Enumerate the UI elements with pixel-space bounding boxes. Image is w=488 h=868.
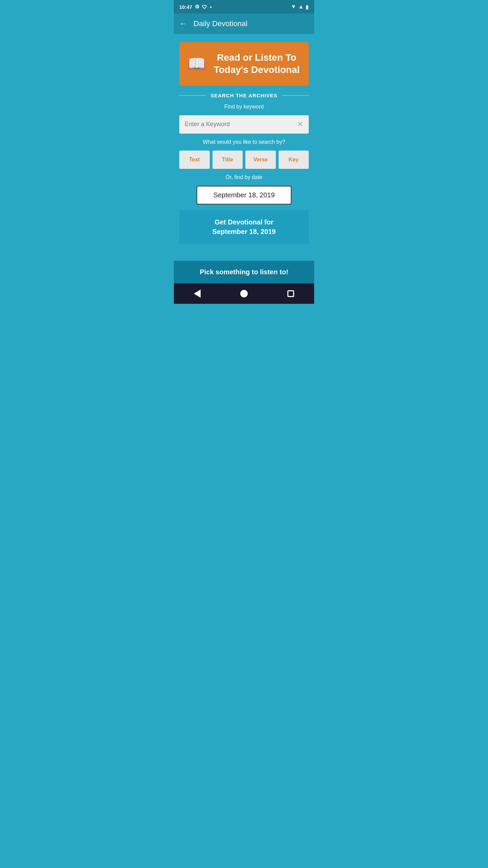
find-date-label: Or, find by date	[179, 174, 309, 180]
main-content: 📖 Read or Listen To Today's Devotional S…	[174, 34, 314, 261]
keyword-input[interactable]	[185, 121, 294, 128]
wifi-icon: ▼	[291, 4, 296, 10]
search-title-button[interactable]: Title	[212, 151, 243, 169]
search-key-button[interactable]: Key	[279, 151, 309, 169]
battery-icon: ▮	[306, 4, 309, 10]
status-bar: 10:47 ⚙ 🛡 ▪ ▼ ▲ ▮	[174, 0, 314, 14]
signal-icon: ▲	[298, 4, 304, 10]
shield-icon: 🛡	[202, 4, 207, 10]
nav-bar	[174, 283, 314, 304]
settings-icon: ⚙	[195, 4, 199, 10]
nav-back-button[interactable]	[194, 290, 201, 298]
date-input-container[interactable]: September 18, 2019	[197, 186, 291, 204]
archives-title: SEARCH THE ARCHIVES	[210, 93, 278, 98]
search-buttons: Text Title Verse Key	[179, 151, 309, 169]
search-verse-button[interactable]: Verse	[245, 151, 276, 169]
date-value[interactable]: September 18, 2019	[213, 191, 274, 199]
get-devotional-button[interactable]: Get Devotional forSeptember 18, 2019	[179, 210, 309, 244]
read-listen-button[interactable]: 📖 Read or Listen To Today's Devotional	[179, 42, 309, 86]
search-section: SEARCH THE ARCHIVES Find by keyword ✕ Wh…	[179, 93, 309, 244]
find-keyword-label: Find by keyword	[179, 104, 309, 110]
back-button[interactable]: ←	[179, 19, 187, 28]
status-time: 10:47	[179, 4, 192, 10]
archives-header: SEARCH THE ARCHIVES	[179, 93, 309, 98]
book-icon: 📖	[187, 55, 206, 73]
nav-home-button[interactable]	[240, 290, 248, 297]
status-left: 10:47 ⚙ 🛡 ▪	[179, 4, 212, 10]
bottom-banner: Pick something to listen to!	[174, 261, 314, 283]
keyword-input-container: ✕	[179, 115, 309, 134]
search-text-button[interactable]: Text	[179, 151, 210, 169]
bottom-banner-text: Pick something to listen to!	[200, 268, 288, 276]
content-wrapper: 📖 Read or Listen To Today's Devotional S…	[179, 42, 309, 244]
page-title: Daily Devotional	[194, 19, 247, 28]
status-right: ▼ ▲ ▮	[291, 4, 309, 10]
nav-recents-button[interactable]	[287, 290, 294, 297]
search-by-label: What would you like to search by?	[179, 139, 309, 145]
read-listen-label: Read or Listen To Today's Devotional	[213, 52, 301, 76]
clear-icon[interactable]: ✕	[297, 120, 303, 129]
app-bar: ← Daily Devotional	[174, 14, 314, 34]
sim-icon: ▪	[210, 4, 211, 10]
